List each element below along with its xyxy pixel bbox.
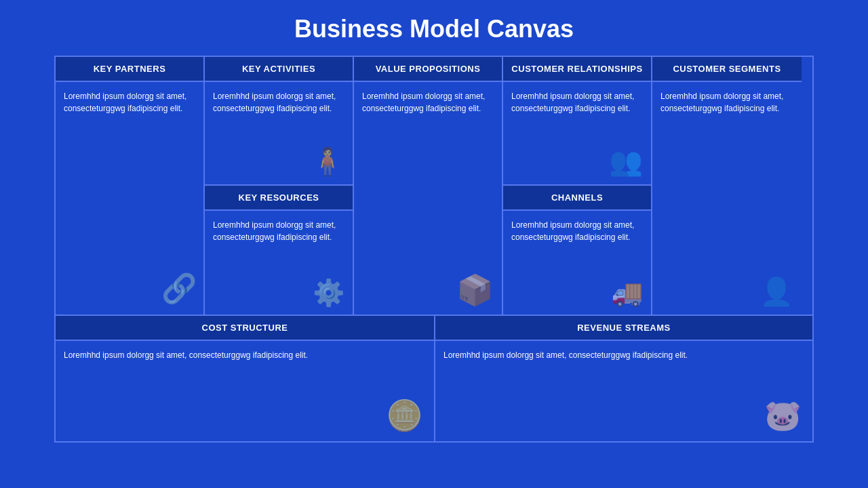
link-icon: 🔗 xyxy=(161,272,197,305)
key-partners-cell: KEY PARTNERS Loremhhd ipsum dolorgg sit … xyxy=(56,57,205,314)
key-activities-cell: KEY ACTIVITIES Loremhhd ipsum dolorgg si… xyxy=(205,57,353,186)
channels-cell: CHANNELS Loremhhd ipsum dolorgg sit amet… xyxy=(503,186,651,314)
cost-structure-cell: COST STRUCTURE Loremhhd ipsum dolorgg si… xyxy=(56,316,435,441)
customer-segments-header: CUSTOMER SEGMENTS xyxy=(652,57,802,82)
key-resources-cell: KEY RESOURCES Loremhhd ipsum dolorgg sit… xyxy=(205,186,353,314)
gear-icon: ⚙️ xyxy=(313,278,344,308)
cr-channels-column: CUSTOMER RELATIONSHIPS Loremhhd ipsum do… xyxy=(503,57,652,314)
business-model-canvas: KEY PARTNERS Loremhhd ipsum dolorgg sit … xyxy=(54,56,814,443)
cost-structure-body: Loremhhd ipsum dolorgg sit amet, consect… xyxy=(56,341,434,367)
activities-resources-column: KEY ACTIVITIES Loremhhd ipsum dolorgg si… xyxy=(205,57,354,314)
customer-segments-cell: CUSTOMER SEGMENTS Loremhhd ipsum dolorgg… xyxy=(652,57,802,314)
revenue-streams-cell: REVENUE STREAMS Loremhhd ipsum dolorgg s… xyxy=(435,316,812,441)
group-icon: 👥 xyxy=(609,146,643,178)
piggy-bank-icon: 🐷 xyxy=(764,398,802,433)
value-propositions-cell: VALUE PROPOSITIONS Loremhhd ipsum dolorg… xyxy=(354,57,503,314)
truck-icon: 🚚 xyxy=(611,278,643,308)
coins-icon: 🪙 xyxy=(386,398,423,433)
page-title: Business Model Canvas xyxy=(0,0,868,56)
key-activities-header: KEY ACTIVITIES xyxy=(205,57,353,82)
channels-header: CHANNELS xyxy=(503,186,651,211)
person-icon: 🧍 xyxy=(311,146,344,178)
user-group-icon: 👤 xyxy=(760,276,793,308)
value-propositions-header: VALUE PROPOSITIONS xyxy=(354,57,502,82)
cost-structure-header: COST STRUCTURE xyxy=(56,316,434,341)
key-resources-header: KEY RESOURCES xyxy=(205,186,353,211)
box-icon: 📦 xyxy=(456,272,494,308)
key-partners-header: KEY PARTNERS xyxy=(56,57,203,82)
customer-relationships-header: CUSTOMER RELATIONSHIPS xyxy=(503,57,651,82)
revenue-streams-header: REVENUE STREAMS xyxy=(435,316,812,341)
bottom-section: COST STRUCTURE Loremhhd ipsum dolorgg si… xyxy=(56,316,812,441)
customer-relationships-cell: CUSTOMER RELATIONSHIPS Loremhhd ipsum do… xyxy=(503,57,651,186)
revenue-streams-body: Loremhhd ipsum dolorgg sit amet, consect… xyxy=(435,341,812,367)
top-section: KEY PARTNERS Loremhhd ipsum dolorgg sit … xyxy=(56,57,812,316)
